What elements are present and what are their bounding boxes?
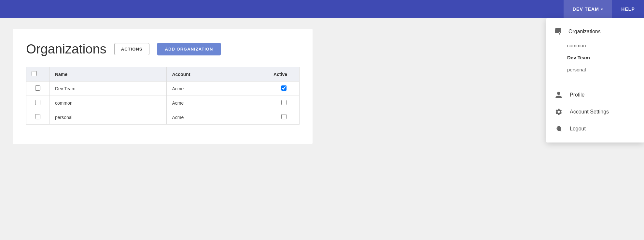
row3-name: personal	[49, 110, 167, 125]
th-checkbox	[26, 67, 50, 82]
content-card: Organizations ACTIONS ADD ORGANIZATION N…	[13, 29, 313, 144]
header: DEV TEAM ▾ HELP Organizations common –	[0, 0, 644, 18]
logout-icon	[554, 125, 563, 133]
orgs-section-label: Organizations	[568, 29, 601, 35]
row3-checkbox-cell	[26, 110, 50, 125]
organizations-table: Name Account Active Dev Team Acme	[26, 67, 300, 125]
row3-checkbox[interactable]	[35, 114, 40, 119]
org-item-dev-team[interactable]: Dev Team	[546, 52, 644, 64]
gear-icon	[554, 108, 563, 116]
table-body: Dev Team Acme common Acme	[26, 82, 300, 125]
nav-dev-team-label: DEV TEAM	[573, 7, 599, 12]
org-list: common – Dev Team personal	[546, 39, 644, 76]
nav-item-help[interactable]: HELP	[612, 0, 644, 18]
nav-help-label: HELP	[621, 7, 635, 12]
th-active: Active	[268, 67, 300, 82]
page-header: Organizations ACTIONS ADD ORGANIZATION	[26, 42, 300, 56]
organizations-icon	[554, 27, 562, 36]
row3-account: Acme	[167, 110, 268, 125]
org-item-personal[interactable]: personal	[546, 64, 644, 76]
row1-active-checkbox[interactable]	[281, 85, 287, 91]
row1-checkbox[interactable]	[35, 85, 40, 91]
header-nav: DEV TEAM ▾ HELP	[564, 0, 644, 18]
org-common-label: common	[567, 43, 586, 48]
select-all-checkbox[interactable]	[32, 71, 37, 76]
dropdown-orgs-header: Organizations	[546, 23, 644, 39]
org-personal-label: personal	[567, 67, 586, 72]
row1-active-cell	[268, 82, 300, 96]
org-common-dash: –	[634, 43, 636, 48]
chevron-down-icon: ▾	[601, 8, 603, 11]
dropdown-orgs-section: Organizations common – Dev Team personal	[546, 18, 644, 81]
table-row: common Acme	[26, 96, 300, 110]
profile-menu-item[interactable]: Profile	[546, 86, 644, 103]
row1-account: Acme	[167, 82, 268, 96]
add-organization-button[interactable]: ADD ORGANIZATION	[157, 43, 221, 55]
page-title: Organizations	[26, 42, 106, 56]
th-account: Account	[167, 67, 268, 82]
row2-active-checkbox[interactable]	[281, 100, 287, 105]
org-item-common[interactable]: common –	[546, 39, 644, 52]
person-icon	[554, 91, 563, 99]
actions-button[interactable]: ACTIONS	[114, 43, 149, 55]
row2-checkbox-cell	[26, 96, 50, 110]
logout-label: Logout	[570, 126, 586, 132]
row2-checkbox[interactable]	[35, 100, 40, 105]
row2-name: common	[49, 96, 167, 110]
th-name: Name	[49, 67, 167, 82]
account-settings-menu-item[interactable]: Account Settings	[546, 103, 644, 120]
table-row: personal Acme	[26, 110, 300, 125]
profile-label: Profile	[570, 92, 584, 98]
dropdown-actions-section: Profile Account Settings Logout	[546, 81, 644, 142]
account-settings-label: Account Settings	[570, 109, 609, 115]
logout-menu-item[interactable]: Logout	[546, 120, 644, 137]
table-header: Name Account Active	[26, 67, 300, 82]
row3-active-checkbox[interactable]	[281, 114, 287, 119]
row1-checkbox-cell	[26, 82, 50, 96]
table-row: Dev Team Acme	[26, 82, 300, 96]
table-header-row: Name Account Active	[26, 67, 300, 82]
org-dev-team-label: Dev Team	[567, 55, 590, 60]
nav-item-dev-team[interactable]: DEV TEAM ▾	[564, 0, 612, 18]
row2-active-cell	[268, 96, 300, 110]
row2-account: Acme	[167, 96, 268, 110]
row3-active-cell	[268, 110, 300, 125]
row1-name: Dev Team	[49, 82, 167, 96]
dropdown-menu: Organizations common – Dev Team personal	[546, 18, 644, 142]
